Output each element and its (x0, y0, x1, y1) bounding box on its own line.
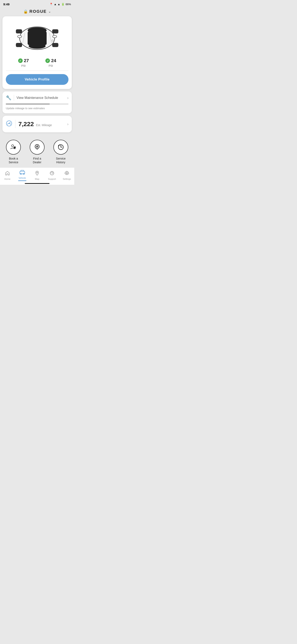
book-service-label: Book aService (9, 157, 18, 164)
maintenance-title: View Maintenance Schedule (16, 96, 65, 100)
front-check-icon: ✓ (18, 58, 23, 63)
wrench-icon: 🔧 (6, 95, 11, 100)
bottom-nav: Home Vehicle Map (0, 168, 74, 182)
status-bar: 9:49 📍 ▲ ▲ 🔋 66% (0, 0, 74, 8)
home-bar (0, 182, 74, 185)
find-dealer-icon (33, 143, 41, 151)
nav-active-indicator (18, 180, 26, 181)
nav-settings[interactable]: Settings (59, 171, 74, 180)
service-history-icon (57, 143, 65, 151)
find-dealer-circle (30, 140, 44, 154)
rear-psi-value: ✓ 24 (45, 58, 56, 63)
home-indicator (25, 183, 49, 184)
svg-point-5 (53, 35, 57, 38)
signal-icon: ▲ (57, 3, 60, 6)
status-icons: 📍 ▲ ▲ 🔋 66% (49, 3, 71, 6)
mileage-card[interactable]: 7,222 Est. Mileage › (2, 116, 72, 132)
book-service-circle (6, 140, 21, 154)
book-service-action[interactable]: Book aService (6, 140, 21, 164)
front-tire-pressure: ✓ 27 PSI (18, 58, 29, 67)
car-svg (12, 22, 62, 55)
svg-point-18 (11, 145, 13, 147)
mileage-value: 7,222 (18, 120, 34, 127)
speedometer-icon (6, 120, 12, 128)
nav-support-label: Support (48, 178, 56, 180)
find-dealer-action[interactable]: Find aDealer (30, 140, 44, 164)
mileage-info: 7,222 Est. Mileage (18, 120, 52, 128)
vehicle-name: ROGUE (29, 9, 47, 14)
battery-percent: 66% (66, 3, 71, 6)
svg-rect-9 (52, 43, 58, 47)
tire-pressure: ✓ 27 PSI ✓ 24 PSI (6, 58, 68, 67)
nav-map[interactable]: Map (30, 171, 44, 180)
svg-line-16 (7, 125, 8, 125)
svg-rect-6 (16, 30, 22, 33)
svg-rect-7 (52, 30, 58, 33)
svg-point-27 (37, 172, 38, 173)
car-image (6, 20, 68, 58)
status-time: 9:49 (3, 2, 9, 6)
battery-icon: 🔋 (61, 3, 64, 6)
vehicle-card: ✓ 27 PSI ✓ 24 PSI Vehicle Profile (2, 16, 72, 89)
nav-vehicle[interactable]: Vehicle (15, 170, 30, 181)
header: 🔒 ROGUE ⌄ (0, 8, 74, 16)
maintenance-card[interactable]: 🔧 View Maintenance Schedule › Update mil… (2, 92, 72, 113)
location-icon: 📍 (49, 3, 53, 6)
wifi-icon: ▲ (54, 3, 56, 6)
nav-home-label: Home (4, 178, 10, 180)
nav-support[interactable]: Support (44, 171, 59, 180)
service-history-action[interactable]: ServiceHistory (53, 140, 68, 164)
svg-point-29 (52, 174, 52, 174)
nav-map-label: Map (35, 178, 39, 180)
svg-rect-8 (16, 43, 22, 47)
chevron-down-icon[interactable]: ⌄ (48, 10, 51, 14)
progress-bar-fill (6, 104, 50, 105)
service-history-label: ServiceHistory (56, 157, 66, 164)
rear-tire-pressure: ✓ 24 PSI (45, 58, 56, 67)
settings-icon (64, 171, 69, 177)
svg-point-30 (66, 172, 67, 174)
mileage-vertical-divider (15, 120, 15, 128)
svg-point-15 (9, 123, 9, 124)
svg-point-4 (17, 35, 22, 38)
mileage-label: Est. Mileage (36, 124, 52, 127)
vehicle-icon (19, 170, 25, 176)
home-icon (5, 171, 10, 177)
lock-icon: 🔒 (23, 9, 28, 14)
mileage-chevron-right-icon: › (67, 122, 68, 126)
rear-check-icon: ✓ (45, 58, 50, 63)
rear-psi-label: PSI (49, 64, 53, 67)
find-dealer-label: Find aDealer (33, 157, 41, 164)
divider (6, 70, 68, 71)
vertical-divider (14, 95, 14, 101)
progress-bar-container (6, 104, 68, 105)
nav-vehicle-label: Vehicle (18, 177, 26, 179)
front-psi-value: ✓ 27 (18, 58, 29, 63)
map-icon (35, 171, 40, 177)
chevron-right-icon: › (67, 96, 68, 100)
svg-rect-3 (28, 32, 46, 45)
nav-settings-label: Settings (63, 178, 71, 180)
svg-line-17 (10, 125, 11, 125)
quick-actions: Book aService Find aDealer ServiceHistor… (0, 136, 74, 168)
maintenance-header: 🔧 View Maintenance Schedule › (6, 95, 68, 101)
nav-home[interactable]: Home (0, 171, 15, 180)
maintenance-note: Update mileage to see estimates (6, 107, 45, 110)
support-icon (49, 171, 54, 177)
service-history-circle (53, 140, 68, 154)
book-service-icon (9, 143, 17, 151)
vehicle-profile-button[interactable]: Vehicle Profile (6, 74, 68, 85)
front-psi-label: PSI (21, 64, 25, 67)
